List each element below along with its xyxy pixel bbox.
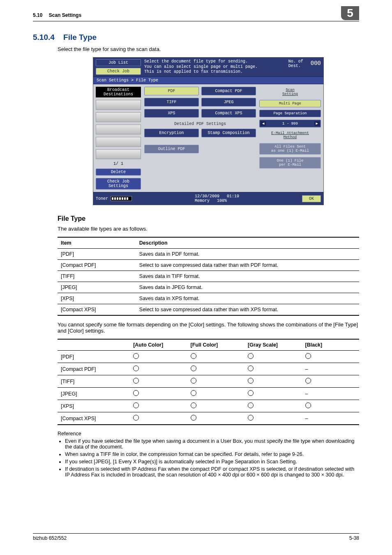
col-desc: Description <box>136 237 359 249</box>
cell-gray <box>244 363 302 375</box>
circle-icon <box>248 402 254 408</box>
circle-icon <box>248 390 254 396</box>
one-file-button[interactable]: One (1) File per E-Mail <box>259 157 321 169</box>
cell-item: [Compact XPS] <box>58 304 136 316</box>
attach-method-label: E-Mail Attachment Method <box>259 130 321 141</box>
circle-icon <box>248 378 254 384</box>
table-row: [TIFF]Saves data in TIFF format. <box>58 271 359 282</box>
cell-full <box>187 363 244 375</box>
delete-button[interactable]: Delete <box>96 169 141 176</box>
dash-icon: – <box>305 416 308 421</box>
reference-list: Even if you have selected the file type … <box>65 438 359 478</box>
dash-icon: – <box>305 391 308 397</box>
table-row: [JPEG]Saves data in JPEG format. <box>58 282 359 293</box>
table-row: [Compact XPS]Select to save compressed d… <box>58 304 359 316</box>
combo-paragraph: You cannot specify some file formats dep… <box>58 321 359 334</box>
detailed-pdf-heading: Detailed PDF Settings <box>144 122 256 126</box>
circle-icon <box>305 353 311 359</box>
circle-icon <box>191 365 196 371</box>
memory-label: Memory <box>195 199 210 203</box>
intro-paragraph: Select the file type for saving the scan… <box>58 46 359 52</box>
dest-slot <box>96 137 141 147</box>
circle-icon <box>191 378 196 384</box>
col-gray: [Gray Scale] <box>244 339 302 351</box>
circle-icon <box>133 390 139 396</box>
chevron-right-icon[interactable]: ▶ <box>314 121 320 126</box>
cell-desc: Select to save compressed data rather th… <box>136 304 359 316</box>
cell-desc: Saves data in TIFF format. <box>136 271 359 282</box>
filetype-compact-pdf[interactable]: Compact PDF <box>201 87 256 95</box>
stamp-composition-button[interactable]: Stamp Composition <box>201 129 256 137</box>
page-separation-spinner[interactable]: ◀ 1 - 999 ▶ <box>259 120 321 127</box>
cell-black <box>302 351 359 363</box>
cell-item: [PDF] <box>58 249 136 260</box>
date-text: 12/30/2009 <box>195 194 219 199</box>
table-row: [Compact XPS]– <box>58 412 359 425</box>
filetype-jpeg[interactable]: JPEG <box>201 98 256 106</box>
memory-value: 100% <box>217 199 227 203</box>
page-separation-button[interactable]: Page Separation <box>259 110 321 117</box>
table-row: [TIFF] <box>58 375 359 388</box>
filetype-compact-xps[interactable]: Compact XPS <box>201 109 256 118</box>
circle-icon <box>191 415 196 421</box>
list-item: If destination is selected with IP Addre… <box>65 466 359 478</box>
circle-icon <box>133 353 139 359</box>
cell-item: [JPEG] <box>58 282 136 293</box>
chevron-left-icon[interactable]: ◀ <box>261 121 266 126</box>
reference-heading: Reference <box>58 431 359 437</box>
all-files-button[interactable]: All Files Sent as one (1) E-Mail <box>259 143 321 155</box>
cell-desc: Select to save compressed data rather th… <box>136 260 359 271</box>
dest-count-label: No. of Dest. <box>288 59 303 68</box>
cell-desc: Saves data in PDF format. <box>136 249 359 260</box>
col-full: [Full Color] <box>187 339 244 351</box>
cell-full <box>187 412 244 425</box>
cell-item: [XPS] <box>58 293 136 304</box>
ok-button[interactable]: OK <box>302 195 321 202</box>
circle-icon <box>248 353 254 359</box>
cell-gray <box>244 375 302 388</box>
cell-item: [JPEG] <box>58 388 130 400</box>
circle-icon <box>248 415 254 421</box>
instruction-text: Select the document file type for sendin… <box>144 59 285 75</box>
cell-full <box>187 388 244 400</box>
col-auto: [Auto Color] <box>130 339 187 351</box>
col-blank <box>58 339 130 351</box>
cell-auto <box>130 412 187 425</box>
cell-black <box>302 375 359 388</box>
table-row: [Compact PDF]Select to save compressed d… <box>58 260 359 271</box>
cell-gray <box>244 400 302 412</box>
spinner-value: 1 - 999 <box>282 122 298 126</box>
check-job-button[interactable]: Check Job <box>96 68 141 75</box>
cell-full <box>187 375 244 388</box>
cell-desc: Saves data in XPS format. <box>136 293 359 304</box>
cell-item: [TIFF] <box>58 271 136 282</box>
list-item: When saving a TIFF file in color, the co… <box>65 451 359 457</box>
dest-slot <box>96 100 141 110</box>
check-job-settings-button[interactable]: Check Job Settings <box>96 178 141 190</box>
cell-auto <box>130 375 187 388</box>
table-row: [Compact PDF]– <box>58 363 359 375</box>
section-heading: 5.10.4 File Type <box>33 33 359 42</box>
filetype-xps[interactable]: XPS <box>144 109 199 118</box>
table-row: [XPS]Saves data in XPS format. <box>58 293 359 304</box>
table-row: [JPEG]– <box>58 388 359 400</box>
filetype-tiff[interactable]: TIFF <box>144 98 199 106</box>
cell-gray <box>244 351 302 363</box>
running-header: 5.10 Scan Settings <box>33 12 81 18</box>
job-list-button[interactable]: Job List <box>96 59 141 66</box>
filetype-lead: The available file types are as follows. <box>58 226 359 232</box>
chapter-badge: 5 <box>341 6 359 20</box>
encryption-button[interactable]: Encryption <box>144 129 199 137</box>
filetype-pdf[interactable]: PDF <box>144 87 199 95</box>
dest-slot <box>96 112 141 122</box>
multi-page-button[interactable]: Multi Page <box>259 100 321 107</box>
page-indicator: 1/ 1 <box>96 162 141 166</box>
cell-item: [Compact XPS] <box>58 412 130 425</box>
header-section-number: 5.10 <box>33 12 42 18</box>
broadcast-dest-label: Broadcast Destinations <box>96 87 141 97</box>
toner-indicator-icon <box>111 196 132 201</box>
toner-label: Toner <box>96 197 108 201</box>
outline-pdf-button[interactable]: Outline PDF <box>144 145 199 153</box>
cell-black: – <box>302 363 359 375</box>
circle-icon <box>133 415 139 421</box>
